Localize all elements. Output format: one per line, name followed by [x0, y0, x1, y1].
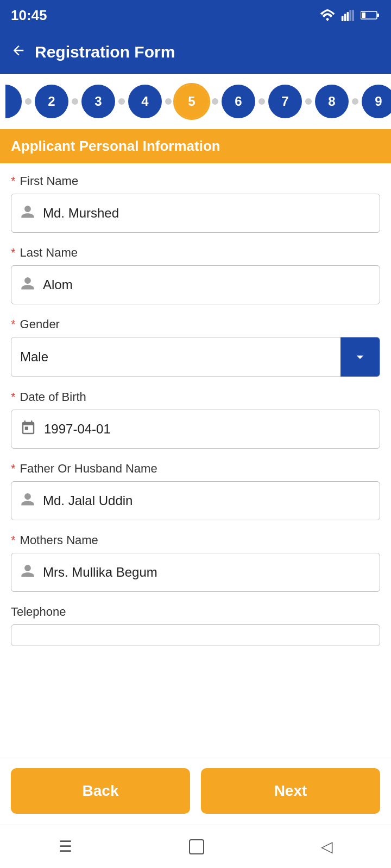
telephone-label: Telephone [11, 605, 380, 619]
dob-value: 1997-04-01 [44, 422, 371, 437]
mother-name-input[interactable]: Mrs. Mullika Begum [11, 553, 380, 592]
gender-group: * Gender Male [11, 317, 380, 377]
next-button[interactable]: Next [201, 768, 380, 814]
calendar-icon [20, 420, 36, 438]
step-dot-2-3 [72, 98, 78, 105]
person-icon-father [20, 492, 35, 509]
last-name-label: * Last Name [11, 246, 380, 260]
father-husband-label: * Father Or Husband Name [11, 462, 380, 476]
gender-required: * [11, 317, 16, 331]
gender-select[interactable]: Male [11, 337, 380, 377]
father-husband-input[interactable]: Md. Jalal Uddin [11, 481, 380, 520]
step-item-9[interactable]: 9 [362, 85, 391, 118]
android-nav-bar: ☰ ◁ [0, 825, 391, 868]
first-name-input[interactable]: Md. Murshed [11, 194, 380, 233]
telephone-input[interactable] [11, 624, 380, 646]
bottom-nav: Back Next [0, 757, 391, 825]
step-item-6[interactable]: 6 [222, 85, 255, 118]
app-header: Registration Form [0, 30, 391, 74]
step-circle-6: 6 [222, 85, 255, 118]
first-name-label: * First Name [11, 174, 380, 188]
dob-group: * Date of Birth 1997-04-01 [11, 390, 380, 449]
step-circle-1 [5, 85, 22, 118]
step-circle-3: 3 [81, 85, 115, 118]
stepper: 2 3 4 5 6 7 8 9 [0, 74, 391, 129]
dob-input[interactable]: 1997-04-01 [11, 410, 380, 449]
svg-rect-1 [344, 14, 346, 21]
father-husband-value: Md. Jalal Uddin [43, 493, 371, 508]
gender-label: * Gender [11, 317, 380, 331]
step-circle-8: 8 [315, 85, 349, 118]
person-icon-firstname [20, 205, 35, 222]
step-dot-1-2 [25, 98, 31, 105]
step-item-4[interactable]: 4 [128, 85, 162, 118]
home-icon[interactable] [189, 839, 204, 854]
father-husband-required: * [11, 462, 16, 476]
step-circle-9: 9 [362, 85, 391, 118]
section-header: Applicant Personal Information [0, 129, 391, 163]
step-dot-5-6 [212, 98, 218, 105]
mother-name-group: * Mothers Name Mrs. Mullika Begum [11, 533, 380, 592]
svg-rect-6 [362, 12, 365, 18]
status-time: 10:45 [11, 7, 47, 24]
svg-rect-7 [377, 14, 379, 17]
back-button[interactable]: Back [11, 768, 190, 814]
person-icon-lastname [20, 276, 35, 293]
form-content: * First Name Md. Murshed * Last Name Alo… [0, 163, 391, 757]
signal-icon [341, 9, 355, 21]
first-name-group: * First Name Md. Murshed [11, 174, 380, 233]
step-dot-6-7 [258, 98, 265, 105]
step-item-2[interactable]: 2 [35, 85, 68, 118]
last-name-value: Alom [43, 277, 371, 292]
last-name-input[interactable]: Alom [11, 265, 380, 304]
step-circle-7: 7 [268, 85, 302, 118]
mother-name-required: * [11, 533, 16, 547]
gender-dropdown-button[interactable] [340, 337, 380, 376]
step-item-5[interactable]: 5 [175, 85, 209, 118]
back-nav-icon[interactable]: ◁ [321, 838, 333, 856]
gender-value: Male [11, 342, 340, 372]
chevron-down-icon [352, 349, 368, 365]
svg-rect-2 [347, 12, 349, 21]
step-circle-5: 5 [175, 85, 209, 118]
svg-rect-3 [349, 10, 351, 21]
telephone-group: Telephone [11, 605, 380, 646]
first-name-value: Md. Murshed [43, 206, 371, 221]
menu-icon[interactable]: ☰ [59, 838, 72, 856]
step-item-8[interactable]: 8 [315, 85, 349, 118]
dob-required: * [11, 390, 16, 404]
back-icon-button[interactable] [11, 43, 26, 62]
status-bar: 10:45 [0, 0, 391, 30]
first-name-required: * [11, 174, 16, 188]
person-icon-mother [20, 564, 35, 581]
step-circle-4: 4 [128, 85, 162, 118]
step-dot-8-9 [352, 98, 358, 105]
dob-label: * Date of Birth [11, 390, 380, 404]
header-title: Registration Form [35, 43, 175, 61]
step-circle-2: 2 [35, 85, 68, 118]
mother-name-value: Mrs. Mullika Begum [43, 565, 371, 580]
step-item-7[interactable]: 7 [268, 85, 302, 118]
last-name-required: * [11, 246, 16, 260]
mother-name-label: * Mothers Name [11, 533, 380, 547]
svg-rect-4 [352, 10, 354, 21]
last-name-group: * Last Name Alom [11, 246, 380, 304]
step-dot-7-8 [305, 98, 312, 105]
father-husband-group: * Father Or Husband Name Md. Jalal Uddin [11, 462, 380, 520]
step-item-1[interactable] [5, 85, 22, 118]
wifi-icon [319, 9, 336, 21]
svg-rect-0 [342, 16, 344, 21]
step-dot-4-5 [165, 98, 172, 105]
step-dot-3-4 [118, 98, 125, 105]
step-item-3[interactable]: 3 [81, 85, 115, 118]
status-icons [319, 9, 380, 21]
battery-icon [361, 10, 380, 20]
